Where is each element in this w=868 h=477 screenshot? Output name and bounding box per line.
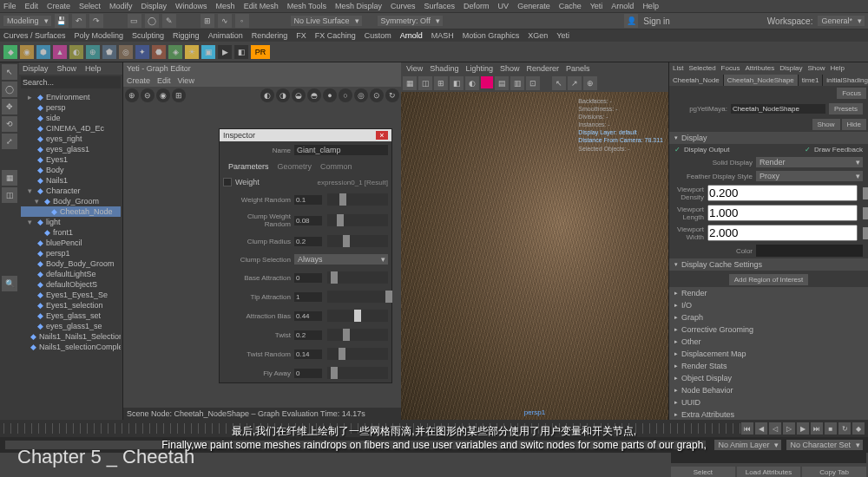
shelf-icon[interactable]: ▣ <box>201 45 215 59</box>
shelf-icon[interactable]: ⬟ <box>102 45 116 59</box>
param-slider[interactable] <box>327 348 388 360</box>
outliner-menu-item[interactable]: Display <box>23 64 49 73</box>
tree-item[interactable]: ◆front1 <box>21 227 121 238</box>
menu-modify[interactable]: Modify <box>109 2 133 10</box>
menu-deform[interactable]: Deform <box>464 2 490 10</box>
shelf-tab[interactable]: FX Caching <box>315 31 356 40</box>
persp-icon[interactable]: ◫ <box>2 187 17 203</box>
select-button[interactable]: Select <box>671 467 735 477</box>
attr-section[interactable]: Extra Attributes <box>669 408 868 421</box>
graph-tool-icon[interactable]: ⊕ <box>125 88 139 102</box>
vp-tool-icon[interactable]: ↗ <box>568 76 582 90</box>
scale-tool-icon[interactable]: ⤢ <box>2 134 17 149</box>
shelf-icon[interactable]: ◉ <box>20 45 34 59</box>
shelf-tab[interactable]: FX <box>296 31 306 40</box>
tree-item[interactable]: ◆side <box>21 113 121 123</box>
graph-tool-icon[interactable]: ⊞ <box>172 88 186 102</box>
graph-tool-icon[interactable]: ○ <box>339 88 352 102</box>
param-value[interactable]: 0.2 <box>294 237 322 246</box>
attr-menu-item[interactable]: Selected <box>688 64 715 73</box>
param-slider[interactable] <box>327 271 388 284</box>
symmetry-dropdown[interactable]: Symmetry: Off <box>378 16 443 26</box>
shelf-icon[interactable]: ◐ <box>69 45 83 59</box>
attr-section[interactable]: Render <box>669 287 868 299</box>
shelf-tab[interactable]: Sculpting <box>132 31 164 40</box>
graph-tool-icon[interactable]: ⊖ <box>141 88 155 102</box>
color-swatch[interactable] <box>756 245 863 257</box>
tab-geometry[interactable]: Geometry <box>278 162 312 171</box>
param-select[interactable]: Always <box>294 254 388 265</box>
vp-length-input[interactable] <box>707 205 858 221</box>
tab-parameters[interactable]: Parameters <box>228 162 269 171</box>
vp-tool-icon[interactable]: ◧ <box>450 76 464 90</box>
param-value[interactable]: 0.08 <box>294 216 322 225</box>
param-slider[interactable] <box>327 193 388 206</box>
outliner-menu-item[interactable]: Help <box>85 64 102 73</box>
param-value[interactable]: 0.44 <box>294 311 322 321</box>
magnify-icon[interactable]: 🔍 <box>2 276 17 291</box>
vp-tool-icon[interactable]: ⊞ <box>434 76 448 90</box>
vp-menu-item[interactable]: Lighting <box>465 64 493 73</box>
vp-color-swatch[interactable] <box>481 76 493 88</box>
menu-mesh tools[interactable]: Mesh Tools <box>287 2 326 10</box>
graph-tool-icon[interactable]: ◒ <box>292 88 306 102</box>
feather-dropdown[interactable]: Proxy <box>756 171 863 181</box>
tree-item[interactable]: ◆CINEMA_4D_Ec <box>21 123 121 134</box>
menu-windows[interactable]: Windows <box>175 2 207 10</box>
vp-tool-icon[interactable]: ⊡ <box>526 76 540 90</box>
attr-section[interactable]: Other <box>669 336 868 348</box>
layout-icon[interactable]: ▦ <box>2 170 17 186</box>
signin-label[interactable]: Sign in <box>643 16 670 26</box>
show-button[interactable]: Show <box>812 119 840 130</box>
param-value[interactable]: 0.2 <box>294 330 322 340</box>
tree-item[interactable]: ◆eyes_right <box>21 134 121 144</box>
shelf-tab[interactable]: Poly Modeling <box>75 31 124 40</box>
vp-tool-icon[interactable]: ▥ <box>510 76 524 90</box>
shelf-icon[interactable]: ◧ <box>234 45 248 59</box>
tree-item[interactable]: ◆Eyes_glass_set <box>21 310 121 321</box>
vp-tool-icon[interactable]: ▦ <box>403 76 417 90</box>
shelf-icon[interactable]: ◆ <box>3 45 17 59</box>
shelf-tab[interactable]: Rendering <box>252 31 288 40</box>
display-section[interactable]: Display <box>669 132 868 144</box>
solid-dropdown[interactable]: Render <box>756 157 863 167</box>
tree-item[interactable]: ◆Nails1 <box>21 175 121 186</box>
tree-item[interactable]: ◆Body <box>21 165 121 175</box>
graph-tool-icon[interactable]: ◑ <box>276 88 290 102</box>
tree-item[interactable]: ◆bluePencil <box>21 238 121 248</box>
tree-item[interactable]: ◆Eyes1 <box>21 154 121 165</box>
param-slider[interactable] <box>327 291 388 303</box>
vp-tool-icon[interactable]: ▤ <box>495 76 509 90</box>
attr-tab[interactable]: Cheetah_Node <box>669 75 724 86</box>
param-slider[interactable] <box>327 235 388 247</box>
workspace-dropdown[interactable]: General* <box>818 16 865 26</box>
graph-tool-icon[interactable]: ◐ <box>260 88 274 102</box>
menu-yeti[interactable]: Yeti <box>590 2 603 10</box>
graph-tool-icon[interactable]: ◎ <box>354 88 368 102</box>
hide-button[interactable]: Hide <box>842 119 866 130</box>
live-surface-dropdown[interactable]: No Live Surface <box>291 16 362 26</box>
shelf-icon[interactable]: ⊕ <box>86 45 100 59</box>
tree-item[interactable]: ▸◆Environment <box>21 92 121 102</box>
redo-icon[interactable]: ↷ <box>89 14 103 28</box>
tree-item[interactable]: ◆defaultObjectS <box>21 279 121 290</box>
presets-button[interactable]: Presets <box>829 103 863 114</box>
name-input[interactable]: Giant_clamp <box>294 145 388 155</box>
graph-tool-icon[interactable]: ↻ <box>385 88 399 102</box>
save-icon[interactable]: 💾 <box>55 14 69 28</box>
attr-tab[interactable]: initialShadingGroup <box>823 75 868 86</box>
menu-arnold[interactable]: Arnold <box>611 2 634 10</box>
attr-menu-item[interactable]: List <box>673 64 683 73</box>
vp-menu-item[interactable]: Show <box>500 64 520 73</box>
shelf-tab[interactable]: MASH <box>431 31 454 40</box>
vp-density-input[interactable] <box>707 185 858 201</box>
tree-item[interactable]: ◆eyes_glass1 <box>21 144 121 154</box>
shelf-icon[interactable]: ⬣ <box>152 45 166 59</box>
tree-item[interactable]: ◆Cheetah_Node <box>21 206 121 217</box>
copy-tab-button[interactable]: Copy Tab <box>802 467 866 477</box>
attr-menu-item[interactable]: Display <box>779 64 802 73</box>
outliner-menu-item[interactable]: Show <box>57 64 77 73</box>
menu-edit[interactable]: Edit <box>25 2 39 10</box>
lasso-tool-icon[interactable]: ◯ <box>2 82 17 97</box>
shelf-tab[interactable]: XGen <box>528 31 548 40</box>
